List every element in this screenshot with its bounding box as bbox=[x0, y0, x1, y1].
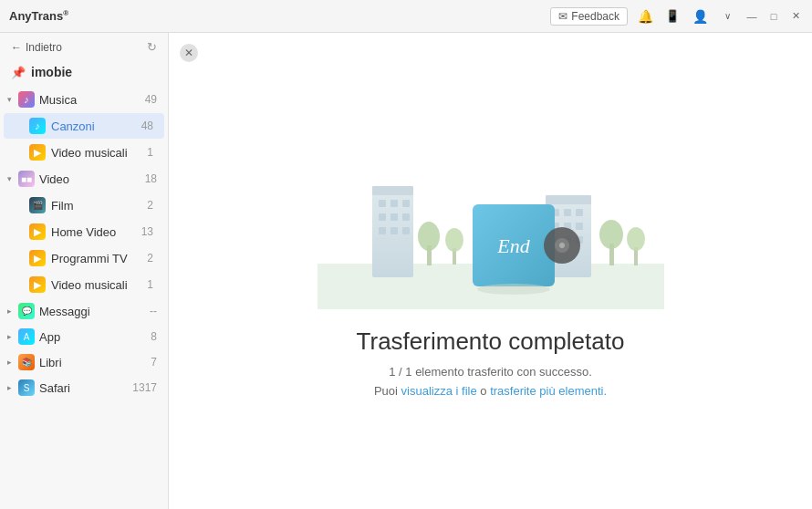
user-icon[interactable]: 👤 bbox=[690, 6, 710, 26]
sidebar: ← Indietro ↻ 📌 imobie ▾ ♪ Musica 49 ♪ bbox=[0, 33, 169, 509]
app-name: AnyTrans bbox=[9, 9, 63, 23]
film-left: 🎬 Film bbox=[29, 197, 74, 213]
svg-rect-10 bbox=[390, 227, 398, 234]
section-left: ▾ ♪ Musica bbox=[7, 91, 77, 108]
videomusicali1-count: 1 bbox=[147, 146, 153, 159]
videomusicali1-left: ▶ Video musicali bbox=[29, 144, 128, 161]
maximize-button[interactable]: □ bbox=[766, 9, 781, 24]
transfer-more-link[interactable]: trasferite più elementi. bbox=[490, 384, 607, 398]
musica-count: 49 bbox=[145, 93, 157, 106]
video-count: 18 bbox=[145, 172, 157, 185]
sidebar-item-home-video[interactable]: ▶ Home Video 13 bbox=[4, 219, 164, 244]
videomusicali2-icon: ▶ bbox=[29, 276, 46, 293]
sidebar-section-musica[interactable]: ▾ ♪ Musica 49 bbox=[0, 87, 168, 112]
canzoni-count: 48 bbox=[141, 119, 153, 132]
chevron-down-icon[interactable]: ∨ bbox=[717, 6, 737, 26]
svg-rect-7 bbox=[390, 213, 398, 221]
libri-count: 7 bbox=[151, 356, 157, 369]
device-name: 📌 imobie bbox=[0, 61, 168, 87]
window-close-button[interactable]: ✕ bbox=[788, 9, 803, 24]
messaggi-count: -- bbox=[150, 305, 157, 317]
video-section-icon: ■■ bbox=[18, 171, 35, 187]
messaggi-icon: 💬 bbox=[18, 303, 35, 319]
close-icon: ✕ bbox=[184, 47, 193, 59]
videomusicali2-label: Video musicali bbox=[51, 278, 128, 292]
libri-left: ▸ 📚 Libri bbox=[7, 354, 62, 370]
film-icon: 🎬 bbox=[29, 197, 46, 213]
svg-point-30 bbox=[627, 227, 645, 251]
title-bar: AnyTrans® ✉ Feedback 🔔 📱 👤 ∨ — □ ✕ bbox=[0, 0, 812, 33]
videomusicali2-count: 1 bbox=[147, 278, 153, 291]
sidebar-item-programmi-tv[interactable]: ▶ Programmi TV 2 bbox=[4, 245, 164, 271]
safari-label: Safari bbox=[39, 381, 70, 395]
title-bar-right: ✉ Feedback 🔔 📱 👤 ∨ — □ ✕ bbox=[550, 6, 803, 26]
content-area: ✕ bbox=[169, 33, 812, 509]
success-panel: End Trasferimento completato 1 / 1 eleme… bbox=[169, 33, 812, 509]
canzoni-left: ♪ Canzoni bbox=[29, 118, 95, 134]
back-label: Indietro bbox=[26, 41, 62, 54]
messaggi-label: Messaggi bbox=[39, 305, 90, 318]
videomusicali1-icon: ▶ bbox=[29, 144, 46, 161]
sidebar-item-video-musicali-1[interactable]: ▶ Video musicali 1 bbox=[4, 140, 164, 165]
links-middle: o bbox=[480, 384, 490, 398]
svg-rect-11 bbox=[402, 227, 410, 234]
film-count: 2 bbox=[147, 199, 153, 212]
svg-rect-16 bbox=[576, 209, 583, 216]
video-section-left: ▾ ■■ Video bbox=[7, 171, 69, 187]
tvshow-icon: ▶ bbox=[29, 250, 46, 266]
svg-rect-4 bbox=[390, 200, 398, 207]
homevid-left: ▶ Home Video bbox=[29, 223, 116, 240]
sidebar-item-canzoni[interactable]: ♪ Canzoni 48 bbox=[4, 113, 164, 139]
feedback-mail-icon: ✉ bbox=[558, 10, 567, 23]
tvshow-count: 2 bbox=[147, 252, 153, 265]
libri-label: Libri bbox=[39, 356, 62, 369]
bell-icon[interactable]: 🔔 bbox=[635, 6, 655, 26]
device-name-label: imobie bbox=[31, 65, 72, 79]
feedback-button[interactable]: ✉ Feedback bbox=[550, 7, 628, 26]
sidebar-item-film[interactable]: 🎬 Film 2 bbox=[4, 192, 164, 218]
svg-rect-2 bbox=[372, 186, 413, 195]
tvshow-label: Programmi TV bbox=[51, 252, 128, 265]
tvshow-left: ▶ Programmi TV bbox=[29, 250, 128, 266]
dialog-close-button[interactable]: ✕ bbox=[180, 44, 198, 62]
success-links: Puoi visualizza i file o trasferite più … bbox=[374, 384, 607, 398]
svg-point-36 bbox=[477, 284, 550, 295]
phone-icon[interactable]: 📱 bbox=[662, 6, 682, 26]
sidebar-section-libri[interactable]: ▸ 📚 Libri 7 bbox=[0, 349, 168, 375]
sidebar-item-video-musicali-2[interactable]: ▶ Video musicali 1 bbox=[4, 272, 164, 297]
sidebar-section-messaggi[interactable]: ▸ 💬 Messaggi -- bbox=[0, 298, 168, 324]
device-pin-icon: 📌 bbox=[11, 66, 26, 79]
videomusicali2-left: ▶ Video musicali bbox=[29, 276, 128, 293]
refresh-button[interactable]: ↻ bbox=[147, 40, 157, 54]
libri-chevron-icon: ▸ bbox=[7, 358, 12, 367]
sidebar-section-video[interactable]: ▾ ■■ Video 18 bbox=[0, 166, 168, 192]
svg-rect-3 bbox=[379, 200, 386, 207]
homevid-icon: ▶ bbox=[29, 223, 46, 240]
homevid-count: 13 bbox=[141, 225, 153, 238]
sidebar-section-app[interactable]: ▸ A App 8 bbox=[0, 324, 168, 349]
canzoni-icon: ♪ bbox=[29, 118, 46, 134]
sidebar-header: ← Indietro ↻ bbox=[0, 33, 168, 61]
sidebar-section-safari[interactable]: ▸ S Safari 1317 bbox=[0, 375, 168, 400]
scene-svg: End bbox=[318, 127, 664, 309]
svg-point-35 bbox=[559, 243, 565, 248]
svg-point-28 bbox=[599, 220, 623, 249]
main-layout: ← Indietro ↻ 📌 imobie ▾ ♪ Musica 49 ♪ bbox=[0, 33, 812, 509]
links-prefix: Puoi bbox=[374, 384, 401, 398]
back-button[interactable]: ← Indietro bbox=[11, 41, 62, 54]
video-label: Video bbox=[39, 172, 69, 186]
music-section-icon: ♪ bbox=[18, 91, 35, 108]
svg-rect-19 bbox=[576, 223, 583, 230]
svg-rect-6 bbox=[379, 213, 386, 221]
svg-point-26 bbox=[445, 228, 463, 252]
app-chevron-icon: ▸ bbox=[7, 332, 12, 341]
success-subtitle: 1 / 1 elemento trasferito con successo. bbox=[389, 365, 592, 379]
messaggi-chevron-icon: ▸ bbox=[7, 306, 12, 316]
videomusicali1-label: Video musicali bbox=[51, 146, 128, 160]
view-files-link[interactable]: visualizza i file bbox=[401, 384, 477, 398]
minimize-button[interactable]: — bbox=[744, 9, 759, 24]
app-count: 8 bbox=[151, 330, 157, 343]
canzoni-label: Canzoni bbox=[51, 119, 95, 133]
feedback-label: Feedback bbox=[571, 10, 619, 23]
messaggi-left: ▸ 💬 Messaggi bbox=[7, 303, 90, 319]
